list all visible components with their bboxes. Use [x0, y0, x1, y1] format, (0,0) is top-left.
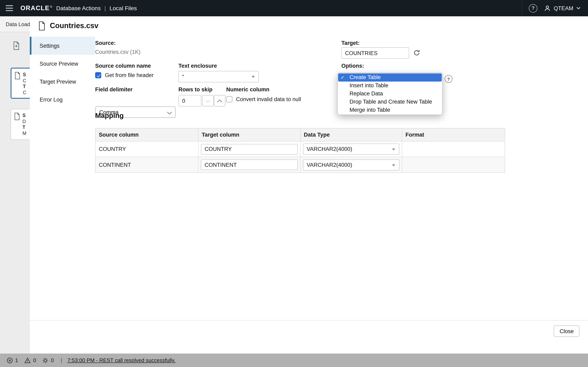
options-dropdown-popup: ✓ Create Table Insert into Table Replace…: [337, 73, 443, 115]
data-type-select[interactable]: VARCHAR2(4000): [303, 143, 399, 155]
options-help-icon[interactable]: ?: [445, 75, 452, 83]
gear-icon: [42, 357, 49, 364]
options-label: Options:: [341, 63, 364, 69]
app-title: Database Actions: [56, 5, 101, 11]
screen: ORACLE® Database Actions | Local Files ?…: [0, 0, 588, 367]
question-glyph: ?: [447, 76, 450, 81]
col-source-column: Source column: [95, 128, 199, 142]
warning-count: 0: [33, 357, 36, 363]
convert-invalid-checkbox[interactable]: [226, 96, 232, 102]
registered-mark: ®: [50, 5, 52, 8]
brand-text: ORACLE: [20, 4, 50, 11]
dialog-header: Countries.csv: [30, 16, 98, 35]
errors-indicator[interactable]: 1: [7, 357, 18, 364]
text-enclosure-label: Text enclosure: [178, 63, 217, 69]
menu-icon[interactable]: [6, 5, 13, 11]
status-message-link[interactable]: 7:53:00 PM - REST call resolved successf…: [67, 357, 175, 363]
dropdown-arrow-icon: [392, 164, 395, 166]
tab-data-load[interactable]: Data Load...: [0, 21, 30, 27]
field-delimiter-label: Field delimiter: [95, 86, 132, 92]
countries-settings-dialog: Countries.csv Settings Source Preview Ta…: [30, 16, 588, 354]
rows-to-skip-decrement[interactable]: [202, 95, 214, 106]
target-column-input[interactable]: [201, 159, 298, 170]
error-circle-icon: [7, 357, 13, 364]
option-create-table[interactable]: ✓ Create Table: [338, 73, 442, 82]
table-row: COUNTRY VARCHAR2(4000): [95, 142, 505, 157]
file-icon: [14, 113, 20, 137]
text-enclosure-value: ": [182, 74, 184, 80]
card-text: S D T M: [22, 113, 26, 137]
option-insert-into-table[interactable]: Insert into Table: [338, 82, 442, 90]
option-merge-into-table[interactable]: Merge into Table: [338, 106, 442, 114]
chevron-down-icon: [167, 110, 172, 115]
data-type-select[interactable]: VARCHAR2(4000): [303, 159, 399, 170]
col-target-column: Target column: [199, 128, 301, 142]
context-title: Local Files: [109, 5, 137, 11]
topbar-divider: [522, 0, 522, 16]
warning-triangle-icon: [24, 357, 31, 364]
close-button[interactable]: Close: [554, 325, 579, 337]
dialog-nav: Settings Source Preview Target Preview E…: [30, 37, 95, 108]
source-column-cell: CONTINENT: [95, 157, 199, 173]
get-from-file-header-row: Get from file header: [95, 72, 154, 78]
get-from-file-header-checkbox[interactable]: [95, 72, 101, 78]
question-glyph: ?: [532, 5, 535, 11]
numeric-column-label: Numeric column: [226, 86, 269, 92]
option-drop-and-create[interactable]: Drop Table and Create New Table: [338, 98, 442, 106]
background-tab-bar: Data Load...: [0, 16, 30, 32]
convert-invalid-row: Convert invalid data to null: [226, 96, 301, 102]
format-cell: [402, 142, 505, 157]
target-label: Target:: [341, 40, 360, 46]
dropdown-arrow-icon: [251, 76, 255, 78]
user-menu[interactable]: QTEAM: [544, 5, 581, 12]
task-count: 0: [51, 357, 54, 363]
csv-file-icon: [38, 21, 46, 30]
check-icon: ✓: [341, 73, 347, 82]
rows-to-skip-label: Rows to skip: [178, 86, 213, 92]
table-row: CONTINENT VARCHAR2(4000): [95, 157, 505, 173]
status-divider: |: [61, 357, 62, 363]
warnings-indicator[interactable]: 0: [24, 357, 36, 364]
text-enclosure-select[interactable]: ": [178, 71, 259, 82]
chevron-down-icon: [576, 7, 581, 10]
status-bar: 1 0 0 | 7:53:00 PM - REST call resolved …: [0, 354, 588, 367]
settings-panel: Source: Countries.csv (1K) Target: Sourc…: [95, 36, 588, 354]
target-input[interactable]: [341, 47, 409, 59]
background-page: Data Load... S C T C: [0, 16, 30, 354]
col-data-type: Data Type: [301, 128, 402, 142]
help-icon[interactable]: ?: [529, 4, 537, 12]
dropdown-arrow-icon: [392, 149, 395, 150]
source-label: Source:: [95, 40, 116, 46]
source-column-cell: COUNTRY: [95, 142, 199, 157]
nav-item-source-preview[interactable]: Source Preview: [30, 55, 95, 73]
file-card-second[interactable]: S D T M: [11, 109, 30, 140]
source-column-name-label: Source column name: [95, 63, 151, 69]
nav-item-settings[interactable]: Settings: [30, 37, 95, 55]
option-replace-data[interactable]: Replace Data: [338, 90, 442, 98]
error-count: 1: [15, 357, 18, 363]
top-bar: ORACLE® Database Actions | Local Files ?…: [0, 0, 588, 16]
nav-item-target-preview[interactable]: Target Preview: [30, 73, 95, 91]
convert-invalid-label: Convert invalid data to null: [236, 96, 301, 102]
title-divider: |: [104, 5, 106, 11]
refresh-icon[interactable]: [413, 49, 420, 56]
file-card-countries[interactable]: S C T C: [11, 68, 30, 99]
footer-divider: [30, 320, 588, 320]
oracle-logo: ORACLE®: [20, 4, 52, 12]
dialog-title: Countries.csv: [50, 21, 98, 30]
file-icon: [14, 72, 20, 95]
card-text: S C T C: [23, 72, 26, 95]
tasks-indicator[interactable]: 0: [42, 357, 54, 364]
rows-to-skip-input[interactable]: [178, 95, 201, 106]
nav-item-error-log[interactable]: Error Log: [30, 91, 95, 108]
data-type-value: VARCHAR2(4000): [307, 162, 352, 168]
col-format: Format: [402, 128, 505, 142]
add-file-icon[interactable]: [12, 41, 20, 50]
source-value: Countries.csv (1K): [95, 49, 140, 55]
mapping-title: Mapping: [95, 112, 124, 120]
data-type-value: VARCHAR2(4000): [307, 146, 352, 152]
target-column-input[interactable]: [201, 144, 298, 154]
rows-to-skip-increment[interactable]: [214, 95, 225, 106]
get-from-file-header-label: Get from file header: [105, 72, 154, 78]
user-name: QTEAM: [554, 5, 573, 11]
